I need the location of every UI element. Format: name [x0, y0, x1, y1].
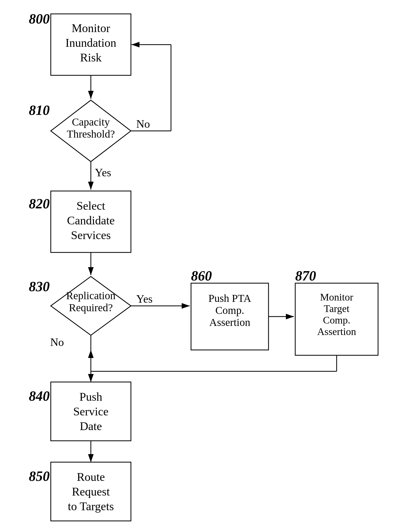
step-label-830: 830: [29, 279, 50, 294]
label-no-810: No: [136, 118, 150, 130]
step-label-810: 810: [29, 103, 50, 118]
step-label-800: 800: [29, 11, 50, 26]
node-870-text-line4: Assertion: [317, 326, 356, 337]
node-850-text-line1: Route: [77, 470, 105, 484]
node-850-text-line2: Request: [72, 485, 110, 498]
node-800-text-line1: Monitor: [72, 22, 110, 35]
node-840-text-line2: Service: [73, 405, 108, 418]
node-850-text-line3: to Targets: [68, 500, 114, 513]
node-870-text-line3: Comp.: [323, 314, 350, 326]
node-810-text-line2: Threshold?: [67, 128, 115, 140]
node-820-text-line2: Candidate: [67, 214, 115, 227]
step-label-850: 850: [29, 469, 50, 484]
node-820-text-line1: Select: [76, 199, 105, 212]
node-800-text-line2: Inundation: [65, 36, 116, 49]
node-870-text-line1: Monitor: [320, 291, 353, 303]
node-800-text-line3: Risk: [80, 51, 102, 64]
label-yes-810: Yes: [95, 166, 111, 179]
node-830-text-line1: Replication: [66, 290, 115, 302]
step-label-840: 840: [29, 388, 50, 404]
node-870-text-line2: Target: [324, 303, 349, 314]
label-yes-830: Yes: [136, 293, 153, 305]
node-810-text-line1: Capacity: [72, 116, 110, 128]
step-label-820: 820: [29, 196, 50, 211]
step-label-870: 870: [295, 268, 316, 283]
label-no-830: No: [50, 336, 64, 348]
node-820-text-line3: Services: [71, 229, 111, 242]
node-840-text-line1: Push: [79, 390, 102, 403]
node-860-text-line1: Push PTA: [208, 292, 251, 304]
node-830-text-line2: Required?: [69, 302, 113, 314]
node-860-text-line2: Comp.: [215, 304, 244, 316]
step-label-860: 860: [191, 268, 212, 283]
node-840-text-line3: Date: [80, 420, 102, 433]
node-860-text-line3: Assertion: [209, 316, 250, 328]
flowchart-diagram: 800 Monitor Inundation Risk 810 Capacity…: [0, 0, 420, 530]
